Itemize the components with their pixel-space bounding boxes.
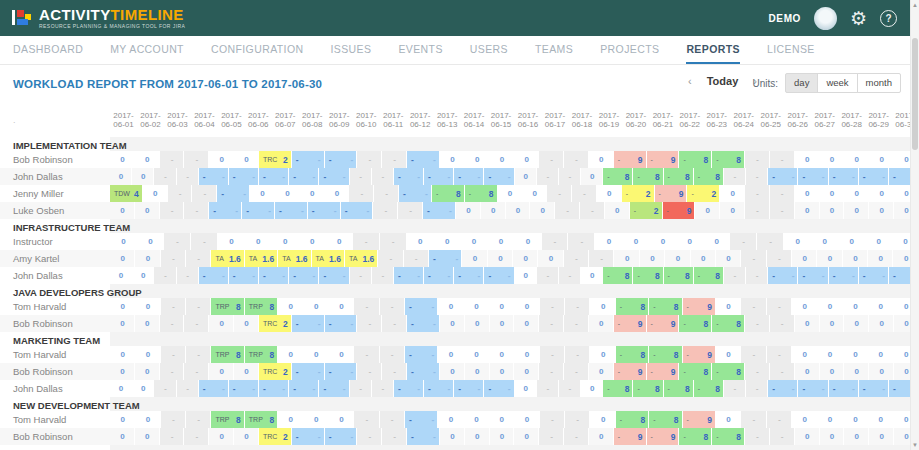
- workload-cell: 0: [590, 411, 615, 428]
- tab-reports[interactable]: REPORTS: [686, 36, 740, 64]
- workload-cell: --: [859, 380, 889, 397]
- workload-cell: -: [160, 315, 185, 332]
- workload-cell: 0: [838, 233, 865, 250]
- workload-cell: TRP8: [245, 411, 278, 428]
- member-cells: 00--00TRC2--------0000--0-9-9-8-8--00000: [110, 363, 919, 380]
- today-button[interactable]: Today: [707, 75, 739, 87]
- workload-cell: -: [741, 298, 766, 315]
- workload-cell: 0: [695, 202, 720, 219]
- workload-cell: 0: [581, 380, 603, 397]
- workload-cell: 0: [869, 315, 894, 332]
- logo-text: ACTIVITYTIMELINE RESOURCE PLANNING & MAN…: [39, 8, 185, 29]
- workload-cell: -: [184, 151, 209, 168]
- workload-cell: TA1.6: [278, 250, 311, 267]
- member-cells: 00----------------------0--0-8-8-8-8----…: [110, 267, 919, 284]
- workload-cell: -: [354, 298, 379, 315]
- workload-cell: -: [177, 168, 199, 185]
- tab-my-account[interactable]: MY ACCOUNT: [110, 36, 184, 64]
- tab-teams[interactable]: TEAMS: [535, 36, 573, 64]
- app-logo[interactable]: ACTIVITYTIMELINE RESOURCE PLANNING & MAN…: [12, 8, 185, 29]
- tab-projects[interactable]: PROJECTS: [600, 36, 659, 64]
- workload-cell: -: [161, 250, 186, 267]
- tab-events[interactable]: EVENTS: [398, 36, 442, 64]
- workload-cell: --: [292, 151, 325, 168]
- user-label: DEMO: [769, 13, 801, 24]
- tab-issues[interactable]: ISSUES: [330, 36, 371, 64]
- workload-cell: -8: [603, 267, 633, 284]
- tab-dashboard[interactable]: DASHBOARD: [13, 36, 83, 64]
- workload-cell: -: [564, 428, 589, 445]
- member-cells: 00----------------0000--0-2-900--00000: [110, 202, 919, 219]
- workload-cell: TRP8: [211, 346, 244, 363]
- workload-cell: 0: [795, 202, 820, 219]
- workload-cell: -8: [679, 363, 712, 380]
- workload-cell: 0: [438, 298, 463, 315]
- workload-cell: -8: [664, 380, 694, 397]
- workload-cell: --: [229, 380, 259, 397]
- date-column-header: 2017-06-01: [110, 103, 137, 137]
- workload-cell: -: [186, 411, 211, 428]
- workload-cell: 0: [514, 363, 539, 380]
- scroll-down-icon[interactable]: ▼: [911, 440, 919, 450]
- workload-cell: 0: [514, 298, 539, 315]
- scrollbar-thumb[interactable]: [912, 38, 918, 150]
- workload-cell: TRP8: [211, 298, 244, 315]
- member-cells: 00--TRP8TRP8000----0000--0-8-8-90--00000: [110, 411, 919, 428]
- workload-cell: -8: [712, 315, 745, 332]
- workload-cell: 0: [438, 346, 463, 363]
- workload-cell: -: [580, 202, 605, 219]
- workload-cell: -: [539, 315, 564, 332]
- team-header-row: INFRASTRUCTURE TEAM: [0, 219, 919, 233]
- help-icon[interactable]: ?: [880, 10, 897, 27]
- workload-cell: --: [325, 363, 358, 380]
- tab-license[interactable]: LICENSE: [767, 36, 815, 64]
- logo-subtitle: RESOURCE PLANNING & MANAGING TOOL FOR JI…: [39, 23, 185, 29]
- workload-cell: -8: [679, 428, 712, 445]
- date-column-header: 2017-06-20: [622, 103, 649, 137]
- vertical-scrollbar[interactable]: ▲ ▼: [910, 0, 919, 450]
- workload-cell: -8: [679, 151, 712, 168]
- date-column-header: 2017-06-05: [218, 103, 245, 137]
- tab-configuration[interactable]: CONFIGURATION: [211, 36, 304, 64]
- workload-cell: -8: [649, 346, 682, 363]
- date-column-header: 2017-06-29: [865, 103, 892, 137]
- member-row: Jenny MillerTDW40----0000-----8-800--0-2…: [0, 185, 919, 202]
- workload-cell: 0: [522, 185, 547, 202]
- prev-period-icon[interactable]: ‹: [688, 75, 692, 87]
- workload-cell: 0: [110, 380, 132, 397]
- workload-cell: TA1.6: [312, 250, 345, 267]
- team-header-row: MARKETING TEAM: [0, 332, 919, 346]
- workload-cell: -: [380, 298, 405, 315]
- workload-grid: . 2017-06-012017-06-022017-06-032017-06-…: [0, 103, 919, 450]
- tab-users[interactable]: USERS: [470, 36, 508, 64]
- workload-cell: -: [770, 151, 795, 168]
- workload-cell: 0: [514, 428, 539, 445]
- workload-cell: -8: [712, 151, 745, 168]
- workload-cell: 0: [581, 168, 603, 185]
- workload-cell: 0: [465, 363, 490, 380]
- workload-cell: -: [724, 168, 746, 185]
- avatar[interactable]: [814, 7, 837, 30]
- workload-cell: --: [407, 315, 440, 332]
- workload-cell: --: [768, 380, 798, 397]
- workload-cell: 0: [245, 233, 272, 250]
- workload-cell: 0: [843, 298, 868, 315]
- workload-cell: 0: [792, 411, 817, 428]
- workload-cell: TA1.6: [345, 250, 378, 267]
- workload-cell: 0: [868, 346, 893, 363]
- unit-button-week[interactable]: week: [817, 73, 857, 93]
- workload-cell: -: [767, 346, 792, 363]
- workload-cell: 0: [110, 233, 137, 250]
- workload-cell: 0: [811, 233, 838, 250]
- workload-cell: 0: [234, 428, 259, 445]
- workload-cell: --: [405, 346, 438, 363]
- workload-cell: 0: [844, 151, 869, 168]
- unit-button-day[interactable]: day: [785, 73, 818, 93]
- workload-cell: 0: [844, 363, 869, 380]
- scroll-up-icon[interactable]: ▲: [911, 0, 919, 10]
- member-cells: 00--TA1.6TA1.6TA1.6TA1.6TA1.6----0000--0…: [110, 250, 919, 267]
- workload-cell: -8: [694, 380, 724, 397]
- unit-button-month[interactable]: month: [857, 73, 901, 93]
- workload-cell: -: [542, 233, 569, 250]
- gear-icon[interactable]: ⚙: [850, 9, 867, 28]
